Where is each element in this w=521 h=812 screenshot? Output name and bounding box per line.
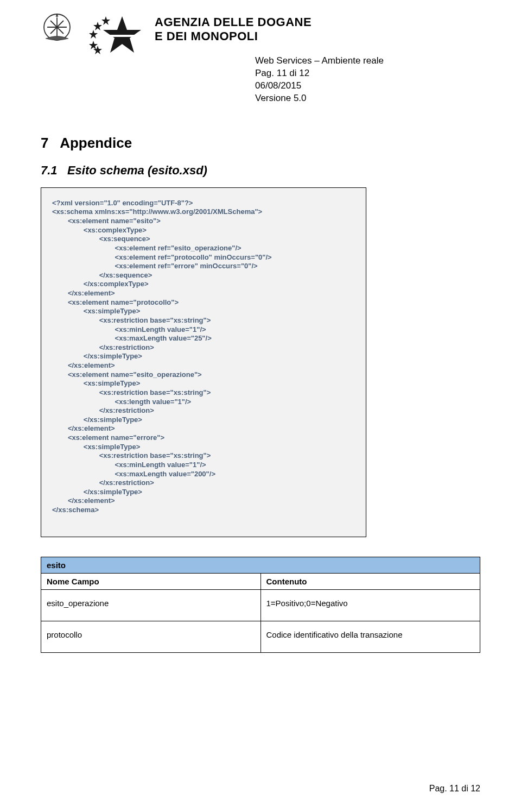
table-head-row: Nome Campo Contenuto (41, 573, 480, 589)
cell-left: protocollo (41, 621, 261, 652)
svg-rect-7 (103, 35, 144, 37)
svg-marker-1 (89, 30, 98, 39)
cell-right: 1=Positivo;0=Negativo (260, 589, 480, 621)
esito-table: esito Nome Campo Contenuto esito_operazi… (41, 557, 480, 653)
meta-page: Pag. 11 di 12 (255, 67, 480, 80)
h1-num: 7 (41, 135, 48, 151)
eu-stars-logo-icon (81, 11, 147, 57)
svg-marker-4 (89, 41, 98, 49)
agency-line2: E DEI MONOPOLI (155, 29, 480, 43)
heading-appendice: 7 Appendice (41, 135, 480, 152)
agency-name: AGENZIA DELLE DOGANE E DEI MONOPOLI (155, 15, 480, 43)
h1-text: Appendice (60, 135, 132, 151)
cell-left: esito_operazione (41, 589, 261, 621)
table-head-right: Contenuto (260, 573, 480, 589)
svg-marker-2 (93, 22, 102, 30)
agency-line1: AGENZIA DELLE DOGANE (155, 15, 480, 29)
doc-header: AGENZIA DELLE DOGANE E DEI MONOPOLI (41, 11, 480, 57)
h2-text: Esito schema (esito.xsd) (67, 163, 207, 177)
doc-meta: Web Services – Ambiente reale Pag. 11 di… (255, 55, 480, 105)
cell-right: Codice identificativo della transazione (260, 621, 480, 652)
meta-version: Versione 5.0 (255, 92, 480, 105)
table-title-row: esito (41, 557, 480, 573)
xsd-code-block: <?xml version="1.0" encoding="UTF-8"?> <… (41, 187, 366, 537)
meta-date: 06/08/2015 (255, 80, 480, 92)
esito-table-wrap: esito Nome Campo Contenuto esito_operazi… (41, 557, 480, 653)
table-title: esito (41, 557, 480, 573)
meta-title: Web Services – Ambiente reale (255, 55, 480, 67)
italian-emblem-icon (41, 11, 73, 46)
table-row: esito_operazione 1=Positivo;0=Negativo (41, 589, 480, 621)
h2-num: 7.1 (41, 163, 58, 177)
heading-esito-schema: 7.1 Esito schema (esito.xsd) (41, 163, 480, 178)
svg-marker-6 (103, 16, 141, 53)
table-head-left: Nome Campo (41, 573, 261, 589)
table-row: protocollo Codice identificativo della t… (41, 621, 480, 652)
svg-marker-3 (101, 16, 110, 25)
page-footer: Pag. 11 di 12 (429, 784, 480, 794)
